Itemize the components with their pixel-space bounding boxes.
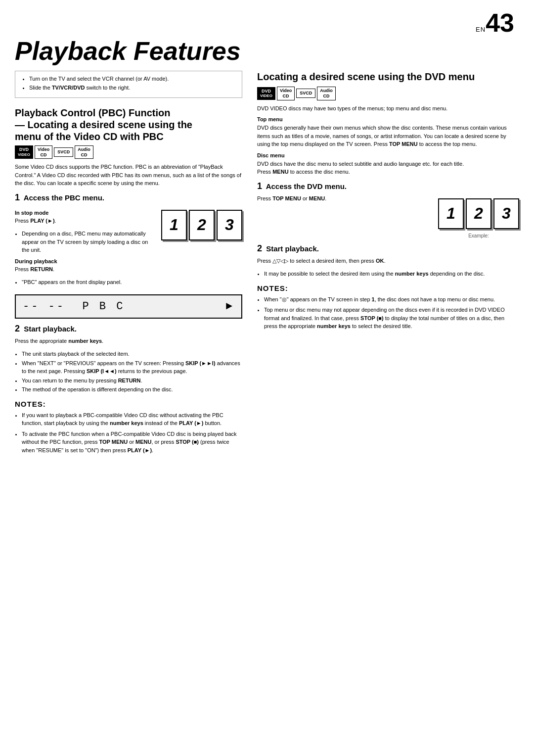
number-card-2: 2 [189, 210, 215, 240]
dvd-number-card-2: 2 [466, 198, 491, 229]
pbc-step1-num: 1 [15, 192, 20, 202]
dvd-step1-text: Press TOP MENU or MENU. [257, 194, 432, 203]
badge-video-cd-right: Video CD [277, 87, 295, 100]
intro-bullet-1: Turn on the TV and select the VCR channe… [29, 75, 236, 83]
pbc-step2-bullet-3: You can return to the menu by pressing R… [22, 377, 242, 385]
dvd-number-card-1: 1 [438, 198, 464, 229]
pbc-notes: NOTES: If you want to playback a PBC-com… [15, 400, 242, 455]
dvd-step2-bullet-1: It may be possible to select the desired… [264, 270, 519, 278]
pbc-step2-num: 2 [15, 324, 20, 333]
pbc-notes-list: If you want to playback a PBC-compatible… [22, 411, 242, 455]
pbc-notes-title: NOTES: [15, 400, 242, 408]
dvd-step1-heading: 1 Access the DVD menu. [257, 181, 519, 191]
pbc-playback-bullets: "PBC" appears on the front display panel… [22, 278, 155, 286]
page-number: 43 [486, 8, 514, 37]
badge-dvd-video-right: DVD VIDEO [257, 87, 275, 100]
pbc-bullet-auto: Depending on a disc, PBC menu may automa… [22, 230, 155, 254]
number-card-3: 3 [217, 210, 242, 240]
number-card-1: 1 [161, 210, 187, 240]
dvd-intro-text: DVD VIDEO discs may have two types of th… [257, 104, 519, 113]
badge-dvd-video-left: DVD VIDEO [15, 145, 33, 158]
dvd-notes-title: NOTES: [257, 284, 519, 292]
dvd-note-1: When "◎" appears on the TV screen in ste… [264, 295, 519, 304]
pbc-note-1: If you want to playback a PBC-compatible… [22, 411, 242, 427]
pbc-step1-heading: 1 Access the PBC menu. [15, 192, 242, 203]
left-column: Turn on the TV and select the VCR channe… [15, 71, 242, 457]
left-disc-badges: DVD VIDEO Video CD SVCD Audio CD [15, 145, 242, 159]
pbc-stop-mode-text: Press PLAY (►). [15, 217, 155, 225]
dvd-number-card-3: 3 [493, 198, 519, 229]
dvd-step2-num: 2 [257, 243, 262, 253]
dvd-step2-heading: 2 Start playback. [257, 243, 519, 254]
intro-bullet-2: Slide the TV/VCR/DVD switch to the right… [29, 84, 236, 92]
dvd-note-2: Top menu or disc menu may not appear dep… [264, 306, 519, 331]
dvd-step1-content: Press TOP MENU or MENU. [257, 194, 432, 208]
dvd-notes: NOTES: When "◎" appears on the TV screen… [257, 284, 519, 331]
pbc-step2-bullets: The unit starts playback of the selected… [22, 350, 242, 394]
dvd-number-cards-wrapper: 1 2 3 Example: [438, 194, 519, 238]
example-label: Example: [438, 233, 519, 238]
pbc-step2-bullet-1: The unit starts playback of the selected… [22, 350, 242, 358]
pbc-display-text: -- -- P B C [23, 300, 125, 313]
dvd-number-cards: 1 2 3 [438, 198, 519, 229]
dvd-notes-list: When "◎" appears on the TV screen in ste… [264, 295, 519, 331]
dvd-step1-num: 1 [257, 181, 262, 191]
dvd-section-title: Locating a desired scene using the DVD m… [257, 71, 519, 83]
page-title: Playback Features [15, 38, 519, 64]
pbc-stop-mode-heading: In stop mode [15, 210, 155, 216]
top-menu-heading: Top menu [257, 116, 519, 122]
disc-menu-heading: Disc menu [257, 152, 519, 158]
right-column: Locating a desired scene using the DVD m… [257, 71, 519, 457]
top-menu-text: DVD discs generally have their own menus… [257, 124, 519, 148]
dvd-step2-bullets: It may be possible to select the desired… [264, 270, 519, 278]
pbc-display-panel: -- -- P B C ► [15, 294, 242, 319]
pbc-bullet-display: "PBC" appears on the front display panel… [22, 278, 155, 286]
disc-menu-text: DVD discs have the disc menu to select s… [257, 160, 519, 176]
badge-svcd-right: SVCD [296, 89, 315, 98]
badge-audio-cd-left: Audio CD [75, 145, 93, 159]
pbc-section-title: Playback Control (PBC) Function— Locatin… [15, 107, 242, 142]
badge-video-cd-left: Video CD [35, 145, 52, 159]
pbc-step2-text: Press the appropriate number keys. [15, 337, 242, 345]
pbc-step1-content: In stop mode Press PLAY (►). Depending o… [15, 206, 155, 289]
badge-svcd-left: SVCD [54, 147, 73, 157]
intro-bullet-box: Turn on the TV and select the VCR channe… [15, 71, 242, 98]
badge-audio-cd-right: Audio CD [317, 87, 336, 100]
pbc-intro-text: Some Video CD discs supports the PBC fun… [15, 163, 242, 188]
pbc-playback-text: Press RETURN. [15, 265, 155, 274]
pbc-note-2: To activate the PBC function when a PBC-… [22, 430, 242, 455]
pbc-display-arrow: ► [226, 300, 234, 313]
pbc-step2-bullet-4: The method of the operation is different… [22, 385, 242, 394]
pbc-step2-heading: 2 Start playback. [15, 324, 242, 334]
pbc-step2-bullet-2: When "NEXT" or "PREVIOUS" appears on the… [22, 359, 242, 376]
page-header: EN43 [15, 10, 519, 36]
pbc-stop-mode-bullets: Depending on a disc, PBC menu may automa… [22, 230, 155, 254]
pbc-number-cards: 1 2 3 [161, 206, 242, 244]
right-disc-badges: DVD VIDEO Video CD SVCD Audio CD [257, 87, 519, 100]
pbc-playback-heading: During playback [15, 258, 155, 264]
dvd-step2-text: Press △▽◁▷ to select a desired item, the… [257, 257, 519, 265]
en-label: EN [476, 26, 486, 33]
